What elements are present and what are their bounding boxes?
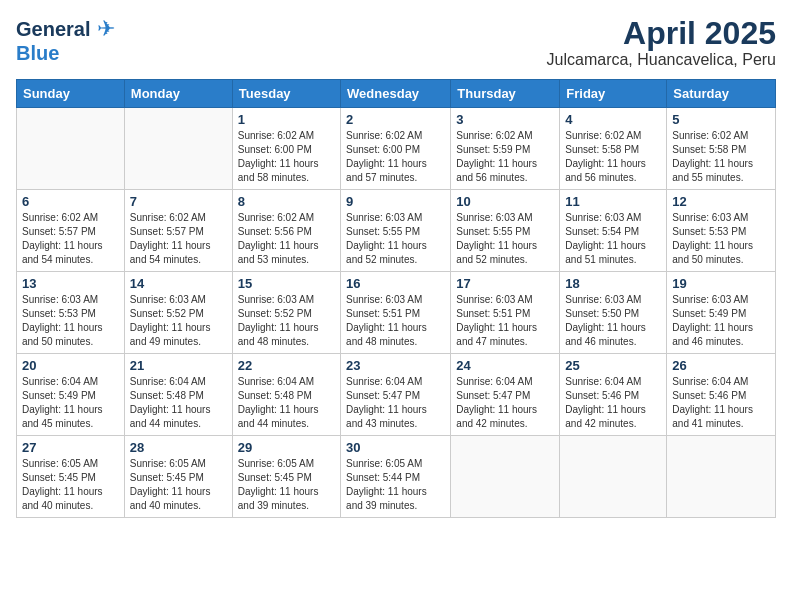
day-info: Sunrise: 6:04 AM Sunset: 5:48 PM Dayligh… — [238, 375, 335, 431]
calendar-table: SundayMondayTuesdayWednesdayThursdayFrid… — [16, 79, 776, 518]
calendar-cell: 29Sunrise: 6:05 AM Sunset: 5:45 PM Dayli… — [232, 436, 340, 518]
calendar-cell: 5Sunrise: 6:02 AM Sunset: 5:58 PM Daylig… — [667, 108, 776, 190]
calendar-cell: 3Sunrise: 6:02 AM Sunset: 5:59 PM Daylig… — [451, 108, 560, 190]
day-info: Sunrise: 6:05 AM Sunset: 5:45 PM Dayligh… — [238, 457, 335, 513]
calendar-cell: 10Sunrise: 6:03 AM Sunset: 5:55 PM Dayli… — [451, 190, 560, 272]
calendar-cell — [667, 436, 776, 518]
day-number: 15 — [238, 276, 335, 291]
weekday-header-friday: Friday — [560, 80, 667, 108]
day-number: 17 — [456, 276, 554, 291]
day-number: 28 — [130, 440, 227, 455]
day-info: Sunrise: 6:03 AM Sunset: 5:52 PM Dayligh… — [130, 293, 227, 349]
logo-bird-icon: ✈ — [97, 16, 115, 41]
logo: General ✈ Blue — [16, 16, 115, 65]
weekday-header-wednesday: Wednesday — [341, 80, 451, 108]
calendar-cell: 30Sunrise: 6:05 AM Sunset: 5:44 PM Dayli… — [341, 436, 451, 518]
calendar-cell: 4Sunrise: 6:02 AM Sunset: 5:58 PM Daylig… — [560, 108, 667, 190]
week-row-2: 6Sunrise: 6:02 AM Sunset: 5:57 PM Daylig… — [17, 190, 776, 272]
day-info: Sunrise: 6:03 AM Sunset: 5:55 PM Dayligh… — [346, 211, 445, 267]
day-info: Sunrise: 6:03 AM Sunset: 5:50 PM Dayligh… — [565, 293, 661, 349]
day-number: 8 — [238, 194, 335, 209]
calendar-cell: 28Sunrise: 6:05 AM Sunset: 5:45 PM Dayli… — [124, 436, 232, 518]
calendar-cell: 21Sunrise: 6:04 AM Sunset: 5:48 PM Dayli… — [124, 354, 232, 436]
day-number: 2 — [346, 112, 445, 127]
day-number: 16 — [346, 276, 445, 291]
day-number: 14 — [130, 276, 227, 291]
day-number: 7 — [130, 194, 227, 209]
calendar-cell: 25Sunrise: 6:04 AM Sunset: 5:46 PM Dayli… — [560, 354, 667, 436]
day-number: 6 — [22, 194, 119, 209]
day-info: Sunrise: 6:04 AM Sunset: 5:47 PM Dayligh… — [346, 375, 445, 431]
day-info: Sunrise: 6:03 AM Sunset: 5:53 PM Dayligh… — [22, 293, 119, 349]
day-number: 3 — [456, 112, 554, 127]
calendar-cell: 11Sunrise: 6:03 AM Sunset: 5:54 PM Dayli… — [560, 190, 667, 272]
weekday-header-thursday: Thursday — [451, 80, 560, 108]
calendar-cell: 27Sunrise: 6:05 AM Sunset: 5:45 PM Dayli… — [17, 436, 125, 518]
calendar-cell: 1Sunrise: 6:02 AM Sunset: 6:00 PM Daylig… — [232, 108, 340, 190]
day-number: 10 — [456, 194, 554, 209]
location-title: Julcamarca, Huancavelica, Peru — [547, 51, 776, 69]
day-number: 22 — [238, 358, 335, 373]
day-info: Sunrise: 6:04 AM Sunset: 5:46 PM Dayligh… — [672, 375, 770, 431]
day-number: 25 — [565, 358, 661, 373]
day-number: 29 — [238, 440, 335, 455]
calendar-cell: 26Sunrise: 6:04 AM Sunset: 5:46 PM Dayli… — [667, 354, 776, 436]
calendar-cell: 13Sunrise: 6:03 AM Sunset: 5:53 PM Dayli… — [17, 272, 125, 354]
month-title: April 2025 — [547, 16, 776, 51]
day-info: Sunrise: 6:02 AM Sunset: 5:58 PM Dayligh… — [672, 129, 770, 185]
day-number: 9 — [346, 194, 445, 209]
weekday-header-monday: Monday — [124, 80, 232, 108]
calendar-cell — [124, 108, 232, 190]
calendar-cell: 9Sunrise: 6:03 AM Sunset: 5:55 PM Daylig… — [341, 190, 451, 272]
calendar-cell: 2Sunrise: 6:02 AM Sunset: 6:00 PM Daylig… — [341, 108, 451, 190]
calendar-cell: 18Sunrise: 6:03 AM Sunset: 5:50 PM Dayli… — [560, 272, 667, 354]
day-number: 26 — [672, 358, 770, 373]
calendar-cell: 19Sunrise: 6:03 AM Sunset: 5:49 PM Dayli… — [667, 272, 776, 354]
weekday-row: SundayMondayTuesdayWednesdayThursdayFrid… — [17, 80, 776, 108]
logo-general: General — [16, 18, 90, 40]
calendar-cell: 12Sunrise: 6:03 AM Sunset: 5:53 PM Dayli… — [667, 190, 776, 272]
calendar-cell — [17, 108, 125, 190]
day-info: Sunrise: 6:02 AM Sunset: 5:56 PM Dayligh… — [238, 211, 335, 267]
day-info: Sunrise: 6:02 AM Sunset: 6:00 PM Dayligh… — [346, 129, 445, 185]
day-number: 4 — [565, 112, 661, 127]
day-info: Sunrise: 6:03 AM Sunset: 5:49 PM Dayligh… — [672, 293, 770, 349]
calendar-cell: 8Sunrise: 6:02 AM Sunset: 5:56 PM Daylig… — [232, 190, 340, 272]
calendar-cell: 16Sunrise: 6:03 AM Sunset: 5:51 PM Dayli… — [341, 272, 451, 354]
calendar-cell — [451, 436, 560, 518]
week-row-1: 1Sunrise: 6:02 AM Sunset: 6:00 PM Daylig… — [17, 108, 776, 190]
day-number: 12 — [672, 194, 770, 209]
weekday-header-saturday: Saturday — [667, 80, 776, 108]
day-info: Sunrise: 6:02 AM Sunset: 5:57 PM Dayligh… — [22, 211, 119, 267]
day-info: Sunrise: 6:03 AM Sunset: 5:51 PM Dayligh… — [456, 293, 554, 349]
day-number: 30 — [346, 440, 445, 455]
calendar-cell: 15Sunrise: 6:03 AM Sunset: 5:52 PM Dayli… — [232, 272, 340, 354]
day-info: Sunrise: 6:02 AM Sunset: 5:57 PM Dayligh… — [130, 211, 227, 267]
calendar-cell: 7Sunrise: 6:02 AM Sunset: 5:57 PM Daylig… — [124, 190, 232, 272]
week-row-3: 13Sunrise: 6:03 AM Sunset: 5:53 PM Dayli… — [17, 272, 776, 354]
day-number: 19 — [672, 276, 770, 291]
calendar-cell: 23Sunrise: 6:04 AM Sunset: 5:47 PM Dayli… — [341, 354, 451, 436]
day-number: 5 — [672, 112, 770, 127]
weekday-header-sunday: Sunday — [17, 80, 125, 108]
day-number: 20 — [22, 358, 119, 373]
day-info: Sunrise: 6:03 AM Sunset: 5:51 PM Dayligh… — [346, 293, 445, 349]
calendar-cell: 22Sunrise: 6:04 AM Sunset: 5:48 PM Dayli… — [232, 354, 340, 436]
day-info: Sunrise: 6:02 AM Sunset: 5:59 PM Dayligh… — [456, 129, 554, 185]
calendar-header: SundayMondayTuesdayWednesdayThursdayFrid… — [17, 80, 776, 108]
day-number: 13 — [22, 276, 119, 291]
day-number: 18 — [565, 276, 661, 291]
day-number: 21 — [130, 358, 227, 373]
day-info: Sunrise: 6:02 AM Sunset: 5:58 PM Dayligh… — [565, 129, 661, 185]
calendar-body: 1Sunrise: 6:02 AM Sunset: 6:00 PM Daylig… — [17, 108, 776, 518]
day-info: Sunrise: 6:04 AM Sunset: 5:48 PM Dayligh… — [130, 375, 227, 431]
calendar-cell: 6Sunrise: 6:02 AM Sunset: 5:57 PM Daylig… — [17, 190, 125, 272]
day-info: Sunrise: 6:03 AM Sunset: 5:55 PM Dayligh… — [456, 211, 554, 267]
day-info: Sunrise: 6:05 AM Sunset: 5:45 PM Dayligh… — [130, 457, 227, 513]
day-info: Sunrise: 6:05 AM Sunset: 5:44 PM Dayligh… — [346, 457, 445, 513]
day-number: 1 — [238, 112, 335, 127]
calendar-cell: 20Sunrise: 6:04 AM Sunset: 5:49 PM Dayli… — [17, 354, 125, 436]
day-number: 23 — [346, 358, 445, 373]
day-info: Sunrise: 6:02 AM Sunset: 6:00 PM Dayligh… — [238, 129, 335, 185]
logo-blue: Blue — [16, 42, 59, 64]
